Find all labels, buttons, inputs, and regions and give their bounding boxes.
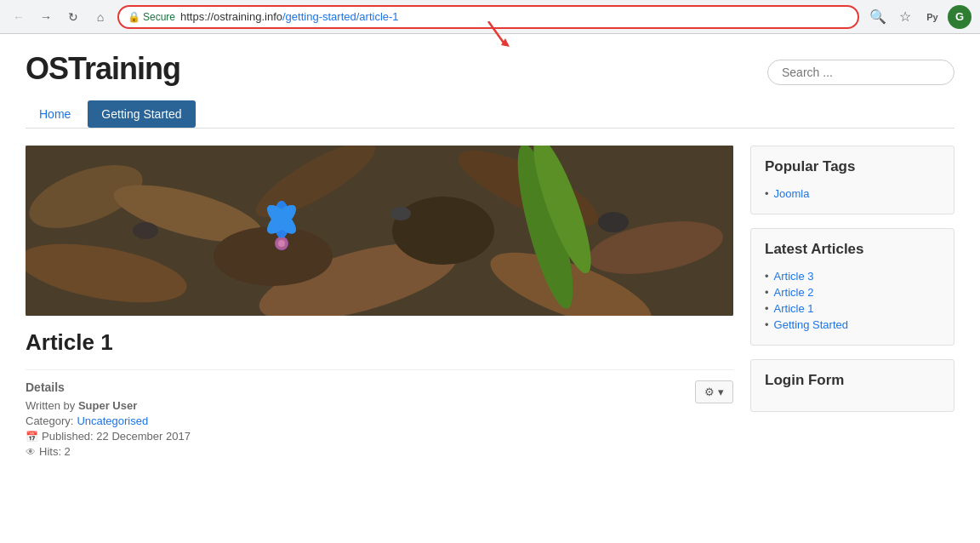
main-layout: Article 1 Details Written by Super User … (26, 146, 954, 460)
login-form-title: Login Form (765, 372, 940, 389)
forward-button[interactable]: → (36, 7, 56, 27)
details-heading: Details (26, 380, 695, 394)
details-left: Details Written by Super User Category: … (26, 380, 695, 460)
nav-item-getting-started[interactable]: Getting Started (88, 100, 195, 128)
header-area: OSTraining (26, 51, 954, 87)
nav-item-home[interactable]: Home (26, 100, 84, 128)
page-wrapper: OSTraining Home Getting Started (0, 34, 980, 477)
address-bar[interactable]: 🔒 Secure https://ostraining.info/getting… (117, 5, 859, 29)
article-divider (26, 369, 733, 370)
navigation-bar: Home Getting Started (26, 100, 954, 129)
site-title: OSTraining (26, 51, 180, 87)
login-form-widget: Login Form (750, 359, 954, 412)
eye-icon: 👁 (26, 446, 36, 458)
latest-articles-list: Article 3 Article 2 Article 1 Getting St… (765, 268, 940, 333)
browser-search-button[interactable]: 🔍 (866, 5, 890, 29)
latest-articles-widget: Latest Articles Article 3 Article 2 Arti… (750, 228, 954, 346)
details-section: Details Written by Super User Category: … (26, 380, 733, 460)
tag-link-joomla[interactable]: Joomla (774, 187, 810, 200)
lock-icon: 🔒 (128, 11, 140, 23)
back-button[interactable]: ← (9, 7, 29, 27)
article-item-getting-started: Getting Started (765, 317, 940, 333)
search-input[interactable] (767, 60, 954, 85)
published-date: Published: 22 December 2017 (42, 430, 191, 443)
article-image-inner (26, 146, 733, 316)
author-name: Super User (78, 399, 137, 412)
url-display: https://ostraining.info/getting-started/… (180, 10, 849, 23)
category-label: Category: (26, 414, 73, 427)
popular-tags-widget: Popular Tags Joomla (750, 146, 954, 214)
secure-label: Secure (143, 11, 175, 23)
svg-point-26 (133, 222, 158, 239)
article-image-svg (26, 146, 733, 316)
refresh-button[interactable]: ↻ (63, 7, 83, 27)
home-button[interactable]: ⌂ (90, 7, 111, 27)
popular-tags-list: Joomla (765, 186, 940, 202)
profile-button[interactable]: G (948, 5, 971, 29)
gear-dropdown-button[interactable]: ⚙ ▾ (695, 380, 733, 403)
article-item-3: Article 3 (765, 268, 940, 284)
bookmark-button[interactable]: ☆ (893, 5, 917, 29)
tag-item-joomla: Joomla (765, 186, 940, 202)
svg-point-28 (598, 212, 629, 232)
url-domain: https://ostraining.info (180, 10, 282, 23)
gear-dropdown-arrow: ▾ (718, 386, 724, 398)
search-box-container (767, 60, 954, 85)
written-by-label: Written by Super User (26, 399, 137, 412)
article-item-1: Article 1 (765, 300, 940, 317)
author-row: Written by Super User (26, 399, 695, 412)
browser-chrome: ← → ↻ ⌂ 🔒 Secure https://ostraining.info… (0, 0, 980, 34)
url-path: /getting-started/article-1 (282, 10, 399, 23)
published-row: 📅 Published: 22 December 2017 (26, 430, 695, 443)
secure-badge: 🔒 Secure (128, 11, 175, 23)
article-item-2: Article 2 (765, 284, 940, 300)
py-extension-button[interactable]: Py (920, 5, 944, 29)
gear-icon: ⚙ (704, 386, 715, 398)
browser-actions: 🔍 ☆ Py G (866, 5, 971, 29)
category-row: Category: Uncategorised (26, 414, 695, 427)
calendar-icon: 📅 (26, 431, 38, 443)
article-link-3[interactable]: Article 3 (774, 270, 814, 283)
article-link-2[interactable]: Article 2 (774, 286, 814, 299)
article-link-1[interactable]: Article 1 (774, 302, 814, 315)
category-link[interactable]: Uncategorised (77, 414, 148, 427)
popular-tags-title: Popular Tags (765, 158, 940, 175)
svg-point-25 (278, 240, 285, 247)
sidebar: Popular Tags Joomla Latest Articles Arti… (750, 146, 954, 460)
article-title: Article 1 (26, 329, 733, 356)
article-link-getting-started[interactable]: Getting Started (774, 318, 848, 331)
hits-count: Hits: 2 (39, 445, 71, 458)
latest-articles-title: Latest Articles (765, 241, 940, 258)
svg-point-11 (392, 197, 494, 265)
svg-point-12 (214, 226, 333, 286)
svg-point-27 (390, 207, 411, 220)
hits-row: 👁 Hits: 2 (26, 445, 695, 458)
article-image (26, 146, 733, 316)
content-area: Article 1 Details Written by Super User … (26, 146, 733, 460)
